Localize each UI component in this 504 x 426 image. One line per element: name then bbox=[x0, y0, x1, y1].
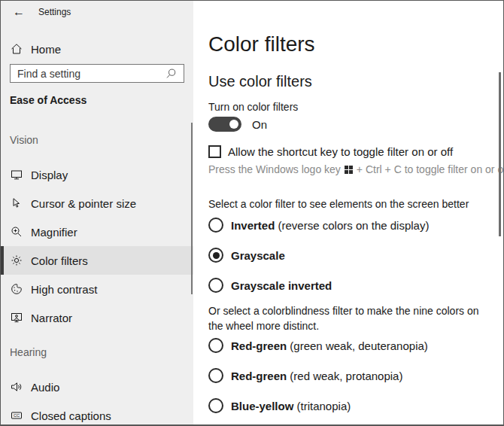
toggle-knob bbox=[229, 120, 238, 129]
sidebar-item-label: Magnifier bbox=[31, 226, 77, 239]
sidebar-item-label: Cursor & pointer size bbox=[31, 197, 136, 210]
radio-row-red-green-protanopia[interactable]: Red-green (red weak, protanopia) bbox=[208, 368, 402, 383]
sidebar-item-high-contrast[interactable]: High contrast bbox=[1, 275, 193, 303]
radio-row-blue-yellow-tritanopia[interactable]: Blue-yellow (tritanopia) bbox=[208, 398, 351, 413]
sidebar-item-label: Home bbox=[31, 43, 61, 56]
main-scrollbar[interactable] bbox=[499, 72, 501, 236]
radio-label: Red-green (red weak, protanopia) bbox=[231, 370, 402, 382]
home-icon bbox=[11, 43, 23, 55]
sidebar-item-closed-captions[interactable]: CC Closed captions bbox=[1, 401, 193, 426]
radio-label: Blue-yellow (tritanopia) bbox=[231, 400, 351, 412]
sidebar-item-home[interactable]: Home bbox=[1, 35, 193, 62]
sidebar-item-label: Narrator bbox=[31, 312, 72, 324]
page-title: Color filters bbox=[208, 32, 315, 56]
sidebar-section-title: Ease of Access bbox=[10, 94, 87, 106]
high-contrast-icon bbox=[11, 283, 23, 295]
sidebar-item-label: Closed captions bbox=[31, 409, 111, 422]
audio-icon bbox=[11, 381, 23, 393]
radio-row-inverted[interactable]: Inverted (reverse colors on the display) bbox=[208, 218, 429, 233]
color-filters-toggle[interactable] bbox=[208, 117, 241, 132]
sidebar-item-magnifier[interactable]: Magnifier bbox=[1, 218, 193, 246]
toggle-state-label: On bbox=[252, 118, 267, 131]
radio-grayscale[interactable] bbox=[208, 248, 223, 263]
sidebar-item-label: Audio bbox=[31, 381, 59, 394]
sidebar-item-label: Display bbox=[31, 169, 68, 181]
hint-suffix: + Ctrl + C to toggle filter on or off. bbox=[357, 163, 504, 175]
display-icon bbox=[11, 169, 23, 181]
svg-text:CC: CC bbox=[14, 413, 20, 418]
sidebar-item-cursor-pointer-size[interactable]: Cursor & pointer size bbox=[1, 189, 193, 218]
radio-label: Grayscale bbox=[231, 249, 285, 262]
radio-row-red-green-deuteranopia[interactable]: Red-green (green weak, deuteranopia) bbox=[208, 338, 428, 353]
radio-row-grayscale-inverted[interactable]: Grayscale inverted bbox=[208, 278, 332, 293]
sidebar-item-label: High contrast bbox=[31, 283, 97, 296]
radio-grayscale-inverted[interactable] bbox=[208, 278, 223, 293]
group-label-vision: Vision bbox=[10, 134, 38, 146]
hint-prefix: Press the Windows logo key bbox=[208, 163, 341, 175]
use-color-filters-heading: Use color filters bbox=[208, 73, 312, 90]
radio-label: Inverted (reverse colors on the display) bbox=[231, 219, 429, 232]
sidebar: ← Settings Home Ease of Access Vision bbox=[1, 1, 193, 424]
window-title: Settings bbox=[38, 7, 71, 17]
radio-row-grayscale[interactable]: Grayscale bbox=[208, 248, 285, 263]
shortcut-checkbox-label: Allow the shortcut key to toggle filter … bbox=[228, 145, 453, 158]
sidebar-item-color-filters[interactable]: Color filters bbox=[1, 246, 193, 275]
radio-blue-yellow-tritanopia[interactable] bbox=[208, 398, 223, 413]
filter-select-label: Select a color filter to see elements on… bbox=[208, 198, 469, 210]
main-content: Color filters Use color filters Turn on … bbox=[193, 1, 504, 424]
sidebar-item-narrator[interactable]: Narrator bbox=[1, 303, 193, 332]
search-input[interactable] bbox=[11, 68, 165, 80]
group-label-hearing: Hearing bbox=[10, 346, 47, 358]
search-icon[interactable] bbox=[165, 68, 178, 80]
windows-logo-icon bbox=[345, 166, 353, 174]
radio-red-green-deuteranopia[interactable] bbox=[208, 338, 223, 353]
sidebar-item-audio[interactable]: Audio bbox=[1, 373, 193, 401]
sidebar-item-display[interactable]: Display bbox=[1, 160, 193, 189]
closed-captions-icon: CC bbox=[11, 409, 23, 421]
cursor-pointer-icon bbox=[11, 197, 23, 209]
back-arrow-icon[interactable]: ← bbox=[11, 4, 27, 20]
colorblind-intro-text: Or select a colorblindness filter to mak… bbox=[208, 303, 488, 334]
shortcut-checkbox-row[interactable]: Allow the shortcut key to toggle filter … bbox=[208, 145, 453, 158]
magnifier-icon bbox=[11, 226, 23, 238]
sidebar-item-label: Color filters bbox=[31, 254, 88, 267]
radio-red-green-protanopia[interactable] bbox=[208, 368, 223, 383]
radio-label: Red-green (green weak, deuteranopia) bbox=[231, 339, 428, 352]
settings-window: ← Settings Home Ease of Access Vision bbox=[0, 0, 504, 426]
sidebar-scrollbar[interactable] bbox=[191, 123, 193, 294]
shortcut-hint: Press the Windows logo key + Ctrl + C to… bbox=[208, 163, 504, 175]
search-box[interactable] bbox=[10, 64, 184, 83]
color-filters-icon bbox=[11, 254, 23, 266]
radio-label: Grayscale inverted bbox=[231, 279, 332, 292]
narrator-icon bbox=[11, 312, 23, 324]
toggle-label: Turn on color filters bbox=[208, 101, 298, 113]
radio-inverted[interactable] bbox=[208, 218, 223, 233]
shortcut-checkbox[interactable] bbox=[208, 145, 221, 158]
